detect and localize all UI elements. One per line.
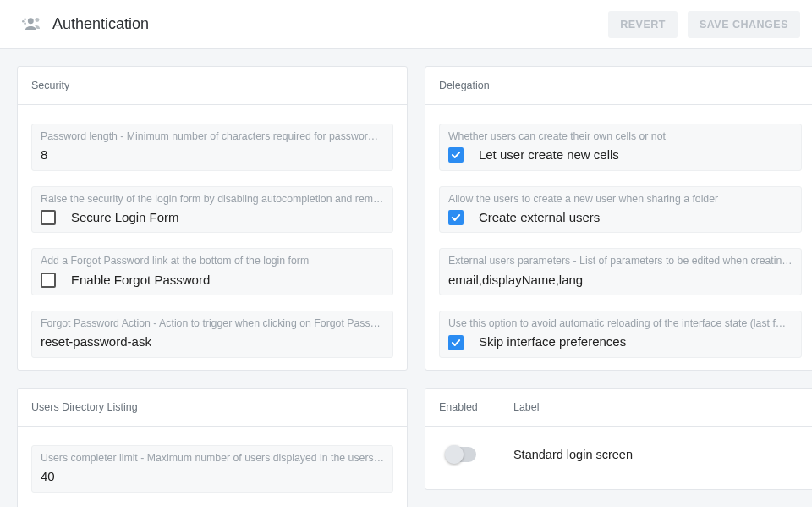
password-length-field[interactable]: Password length - Minimum number of char… <box>31 124 393 171</box>
users-limit-value: 40 <box>41 467 55 487</box>
create-cells-field: Whether users can create their own cells… <box>439 124 802 171</box>
skip-preferences-checkbox[interactable] <box>448 335 464 350</box>
col-label: Label <box>513 401 802 413</box>
forgot-password-action-field[interactable]: Forgot Password Action - Action to trigg… <box>31 311 393 358</box>
external-users-params-field[interactable]: External users parameters - List of para… <box>439 248 802 295</box>
external-users-checkbox[interactable] <box>448 210 464 225</box>
create-cells-text: Let user create new cells <box>479 146 619 165</box>
skip-preferences-field: Use this option to avoid automatic reloa… <box>439 311 802 358</box>
password-length-label: Password length - Minimum number of char… <box>41 130 384 144</box>
forgot-password-label: Add a Forgot Password link at the bottom… <box>41 254 384 268</box>
delegation-card: Delegation Whether users can create thei… <box>425 66 812 371</box>
save-changes-button[interactable]: SAVE CHANGES <box>688 11 800 38</box>
secure-login-checkbox[interactable] <box>41 210 56 225</box>
secure-login-label: Raise the security of the login form by … <box>41 192 384 207</box>
skip-preferences-text: Skip interface preferences <box>479 333 626 352</box>
forgot-password-action-label: Forgot Password Action - Action to trigg… <box>41 317 384 331</box>
revert-button[interactable]: REVERT <box>608 11 678 38</box>
authentication-icon <box>22 14 44 36</box>
password-length-value: 8 <box>41 146 47 165</box>
users-limit-field[interactable]: Users completer limit - Maximum number o… <box>31 445 393 493</box>
external-users-params-value: email,displayName,lang <box>448 271 583 290</box>
forgot-password-field: Add a Forgot Password link at the bottom… <box>31 248 393 295</box>
external-users-field: Allow the users to create a new user whe… <box>439 186 802 234</box>
svg-point-4 <box>24 22 26 25</box>
page-title: Authentication <box>52 15 149 33</box>
external-users-text: Create external users <box>479 208 600 228</box>
svg-point-2 <box>24 18 26 20</box>
external-users-params-label: External users parameters - List of para… <box>448 254 793 268</box>
external-users-label: Allow the users to create a new user whe… <box>448 192 793 207</box>
svg-point-3 <box>22 20 25 23</box>
security-card: Security Password length - Minimum numbe… <box>17 66 408 371</box>
create-cells-checkbox[interactable] <box>448 147 464 163</box>
login-screen-label: Standard login screen <box>513 448 802 461</box>
forgot-password-action-value: reset-password-ask <box>41 333 151 352</box>
login-screens-card: Enabled Label Standard login screen <box>425 388 812 490</box>
svg-point-1 <box>35 18 39 22</box>
svg-point-0 <box>28 18 34 24</box>
skip-preferences-label: Use this option to avoid automatic reloa… <box>448 317 793 331</box>
col-enabled: Enabled <box>439 401 513 413</box>
secure-login-field: Raise the security of the login form by … <box>31 186 393 234</box>
security-card-title: Security <box>18 67 407 105</box>
secure-login-text: Secure Login Form <box>71 208 179 228</box>
users-directory-card-title: Users Directory Listing <box>18 389 407 427</box>
users-limit-label: Users completer limit - Maximum number o… <box>41 451 384 466</box>
forgot-password-text: Enable Forgot Password <box>71 271 210 290</box>
users-directory-card: Users Directory Listing Users completer … <box>17 388 408 507</box>
delegation-card-title: Delegation <box>425 67 812 105</box>
login-screen-toggle[interactable] <box>446 447 476 462</box>
login-screen-row: Standard login screen <box>425 427 812 482</box>
forgot-password-checkbox[interactable] <box>41 273 56 288</box>
create-cells-label: Whether users can create their own cells… <box>448 130 793 144</box>
